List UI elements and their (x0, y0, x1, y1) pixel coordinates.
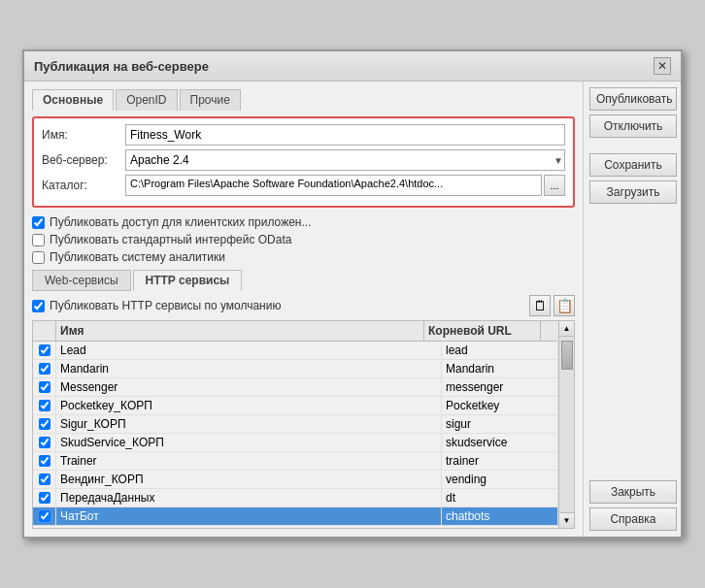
right-panel: Опубликовать Отключить Сохранить Загрузи… (584, 82, 681, 537)
table-row: SkudService_КОРП skudservice (33, 434, 558, 452)
help-button[interactable]: Справка (589, 507, 677, 531)
td-url: vending (442, 471, 558, 488)
table-body: Lead lead Mandarin Mandarin Messenger (33, 342, 558, 528)
checkbox-publish-access-label: Публиковать доступ для клиентских прилож… (50, 215, 311, 229)
td-name: Pocketkey_КОРП (56, 397, 442, 414)
checkbox-odata: Публиковать стандартный интерфейс OData (32, 233, 575, 246)
checkbox-publish-access-input[interactable] (32, 216, 45, 229)
table-row: Sigur_КОРП sigur (33, 415, 558, 434)
services-table: Имя Корневой URL Lead lead (32, 320, 575, 529)
table-content: Имя Корневой URL Lead lead (33, 321, 558, 528)
scroll-track (559, 337, 575, 512)
tab-other[interactable]: Прочие (180, 89, 241, 111)
th-url: Корневой URL (424, 321, 541, 341)
th-name: Имя (56, 321, 424, 341)
upload-button[interactable]: Загрузить (589, 180, 677, 204)
scroll-up-arrow[interactable]: ▲ (559, 321, 575, 337)
scroll-thumb[interactable] (561, 341, 573, 370)
table-row-selected[interactable]: ЧатБот chatbots (33, 507, 558, 526)
td-cb (33, 452, 56, 470)
td-name: Lead (56, 342, 442, 359)
table-header: Имя Корневой URL (33, 321, 558, 342)
td-name: Trainer (56, 452, 442, 470)
form-section: Имя: Веб-сервер: Apache 2.4 ▼ Каталог: (32, 116, 575, 208)
scroll-down-arrow[interactable]: ▼ (559, 512, 575, 528)
copy-icon[interactable]: 🗒 (529, 295, 551, 316)
browse-button[interactable]: ... (544, 175, 565, 196)
http-publish-checkbox[interactable] (32, 300, 45, 312)
td-cb (33, 397, 56, 414)
td-cb (33, 507, 56, 525)
http-icons: 🗒 📋 (529, 295, 575, 316)
http-row: Публиковать HTTP сервисы по умолчанию 🗒 … (32, 295, 575, 316)
td-name: Messenger (56, 378, 442, 396)
td-cb (33, 434, 56, 451)
checkbox-odata-input[interactable] (32, 234, 45, 246)
dialog-title: Публикация на веб-сервере (34, 59, 209, 74)
table-row: Trainer trainer (33, 452, 558, 471)
table-row: Вендинг_КОРП vending (33, 471, 558, 489)
td-url: skudservice (442, 434, 558, 451)
close-button[interactable]: Закрыть (589, 480, 677, 504)
table-row: Lead lead (33, 342, 558, 360)
table-row: Mandarin Mandarin (33, 360, 558, 378)
tabs-top: Основные OpenID Прочие (32, 89, 575, 111)
server-row: Веб-сервер: Apache 2.4 ▼ (42, 149, 565, 171)
checkbox-analytics: Публиковать систему аналитики (32, 250, 575, 264)
td-url: Mandarin (442, 360, 558, 377)
http-publish-label: Публиковать HTTP сервисы по умолчанию (50, 299, 281, 312)
td-name: Sigur_КОРП (56, 415, 442, 433)
tab-web-services[interactable]: Web-сервисы (32, 270, 131, 291)
checkbox-analytics-input[interactable] (32, 251, 45, 264)
btn-spacer2 (589, 208, 675, 476)
td-cb (33, 415, 56, 433)
tab-basic[interactable]: Основные (32, 89, 114, 111)
checkbox-analytics-label: Публиковать систему аналитики (50, 250, 225, 264)
tabs-bottom: Web-сервисы HTTP сервисы (32, 270, 575, 291)
td-url: sigur (442, 415, 558, 433)
td-cb (33, 342, 56, 359)
td-cb (33, 378, 56, 396)
publish-button[interactable]: Опубликовать (589, 87, 677, 111)
name-row: Имя: (42, 124, 565, 146)
server-label: Веб-сервер: (42, 153, 119, 167)
td-url: chatbots (442, 507, 558, 525)
name-label: Имя: (42, 128, 119, 142)
btn-spacer1 (589, 142, 675, 149)
td-url: lead (442, 342, 558, 359)
save-button[interactable]: Сохранить (589, 153, 677, 177)
td-cb (33, 360, 56, 377)
td-name: SkudService_КОРП (56, 434, 442, 451)
catalog-wrap: C:\Program Files\Apache Software Foundat… (125, 175, 565, 196)
catalog-input: C:\Program Files\Apache Software Foundat… (125, 175, 542, 196)
left-panel: Основные OpenID Прочие Имя: Веб-сервер: … (24, 82, 584, 537)
server-select[interactable]: Apache 2.4 (125, 149, 565, 171)
catalog-label: Каталог: (42, 179, 119, 192)
catalog-row: Каталог: C:\Program Files\Apache Softwar… (42, 175, 565, 196)
disable-button[interactable]: Отключить (589, 114, 677, 138)
td-cb (33, 489, 56, 506)
td-name: ЧатБот (56, 507, 442, 525)
name-input[interactable] (125, 124, 565, 146)
close-icon[interactable]: ✕ (654, 57, 671, 75)
dialog-body: Основные OpenID Прочие Имя: Веб-сервер: … (24, 82, 681, 537)
server-select-wrap: Apache 2.4 ▼ (125, 149, 565, 171)
tab-openid[interactable]: OpenID (116, 89, 177, 111)
table-row: Messenger messenger (33, 378, 558, 397)
td-name: Mandarin (56, 360, 442, 377)
table-inner: Имя Корневой URL Lead lead (33, 321, 574, 528)
titlebar: Публикация на веб-сервере ✕ (24, 51, 681, 82)
table-row: ПередачаДанных dt (33, 489, 558, 507)
td-url: Pocketkey (442, 397, 558, 414)
paste-icon[interactable]: 📋 (554, 295, 575, 316)
table-row: Pocketkey_КОРП Pocketkey (33, 397, 558, 415)
checkbox-publish-access: Публиковать доступ для клиентских прилож… (32, 215, 575, 229)
scrollbar[interactable]: ▲ ▼ (558, 321, 574, 528)
td-url: trainer (442, 452, 558, 470)
tab-http-services[interactable]: HTTP сервисы (133, 270, 243, 291)
checkbox-odata-label: Публиковать стандартный интерфейс OData (50, 233, 291, 246)
td-cb (33, 471, 56, 488)
th-checkbox (33, 321, 56, 341)
td-url: messenger (442, 378, 558, 396)
td-name: ПередачаДанных (56, 489, 442, 506)
